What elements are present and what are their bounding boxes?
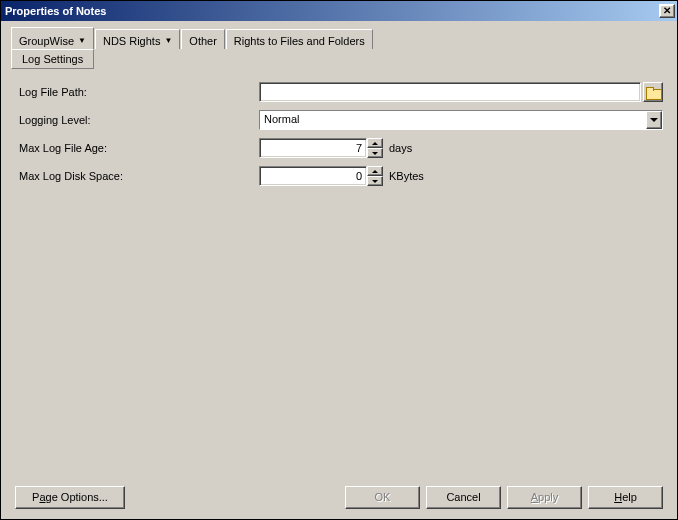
properties-window: Properties of Notes ✕ GroupWise ▼ NDS Ri… <box>0 0 678 520</box>
tab-nds-rights-label: NDS Rights <box>103 35 160 47</box>
cancel-button[interactable]: Cancel <box>426 486 501 509</box>
subtab-bar: Log Settings <box>11 49 94 69</box>
row-log-file-path: Log File Path: <box>15 81 663 103</box>
folder-icon <box>646 87 660 98</box>
window-title: Properties of Notes <box>5 5 659 17</box>
row-max-log-disk-space: Max Log Disk Space: KBytes <box>15 165 663 187</box>
tab-nds-rights[interactable]: NDS Rights ▼ <box>95 29 180 49</box>
tab-rights-files[interactable]: Rights to Files and Folders <box>226 29 373 49</box>
page-options-button[interactable]: Page Options... <box>15 486 125 509</box>
log-file-path-input[interactable] <box>259 82 641 102</box>
ok-button[interactable]: OK <box>345 486 420 509</box>
chevron-down-icon: ▼ <box>78 37 86 45</box>
chevron-down-icon <box>372 180 378 183</box>
label-max-log-disk-space: Max Log Disk Space: <box>15 170 259 182</box>
chevron-down-icon: ▼ <box>164 37 172 45</box>
label-log-file-path: Log File Path: <box>15 86 259 98</box>
chevron-up-icon <box>372 170 378 173</box>
logging-level-value: Normal <box>260 111 646 129</box>
apply-button[interactable]: Apply <box>507 486 582 509</box>
window-body: GroupWise ▼ NDS Rights ▼ Other Rights to… <box>1 21 677 519</box>
row-logging-level: Logging Level: Normal <box>15 109 663 131</box>
tab-groupwise-label: GroupWise <box>19 35 74 47</box>
chevron-down-icon <box>650 118 658 122</box>
browse-button[interactable] <box>643 82 663 102</box>
max-log-file-age-spinner <box>367 138 383 158</box>
max-log-disk-space-up[interactable] <box>367 166 383 176</box>
logging-level-select[interactable]: Normal <box>259 110 663 130</box>
subtab-log-settings[interactable]: Log Settings <box>11 49 94 69</box>
close-button[interactable]: ✕ <box>659 4 675 18</box>
chevron-down-icon <box>372 152 378 155</box>
titlebar: Properties of Notes ✕ <box>1 1 677 21</box>
max-log-file-age-down[interactable] <box>367 148 383 158</box>
unit-kbytes: KBytes <box>383 170 424 182</box>
help-button[interactable]: Help <box>588 486 663 509</box>
form-content: Log File Path: Logging Level: Normal Max… <box>15 81 663 469</box>
tab-other-label: Other <box>189 35 217 47</box>
label-logging-level: Logging Level: <box>15 114 259 126</box>
chevron-up-icon <box>372 142 378 145</box>
button-bar: Page Options... OK Cancel Apply Help <box>1 475 677 519</box>
row-max-log-file-age: Max Log File Age: days <box>15 137 663 159</box>
tab-rights-files-label: Rights to Files and Folders <box>234 35 365 47</box>
logging-level-dropdown-button[interactable] <box>646 111 662 129</box>
max-log-file-age-input[interactable] <box>259 138 367 158</box>
max-log-file-age-up[interactable] <box>367 138 383 148</box>
max-log-disk-space-down[interactable] <box>367 176 383 186</box>
tab-other[interactable]: Other <box>181 29 225 49</box>
max-log-disk-space-input[interactable] <box>259 166 367 186</box>
unit-days: days <box>383 142 412 154</box>
max-log-disk-space-spinner <box>367 166 383 186</box>
label-max-log-file-age: Max Log File Age: <box>15 142 259 154</box>
tab-strip: GroupWise ▼ NDS Rights ▼ Other Rights to… <box>11 29 374 49</box>
tab-groupwise[interactable]: GroupWise ▼ <box>11 27 94 49</box>
